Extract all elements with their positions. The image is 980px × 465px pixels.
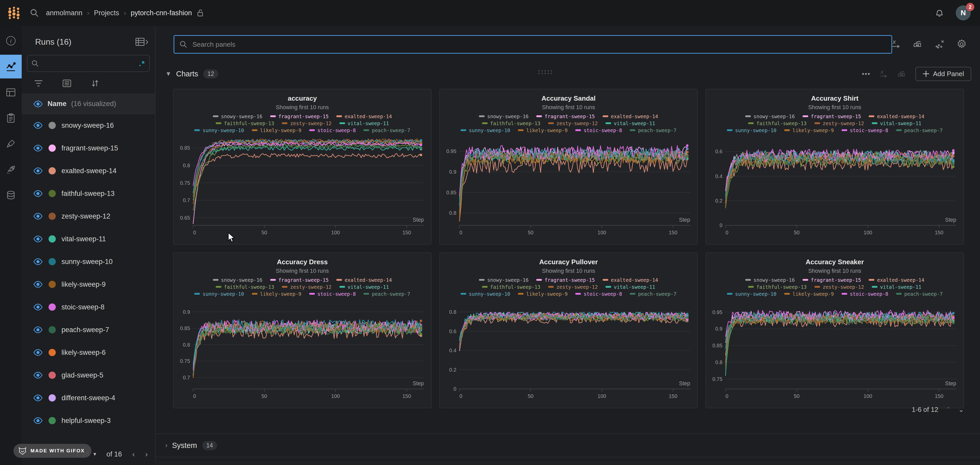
- eye-icon[interactable]: [33, 122, 43, 129]
- eye-icon[interactable]: [33, 281, 43, 288]
- legend-item[interactable]: likely-sweep-9: [784, 127, 834, 133]
- chart-plot[interactable]: 00.20.40.60.8050100150Step: [440, 297, 697, 408]
- legend-item[interactable]: sunny-sweep-10: [461, 127, 510, 133]
- run-row[interactable]: different-sweep-4: [22, 387, 155, 409]
- legend-item[interactable]: zesty-sweep-12: [815, 121, 864, 126]
- chart-plot[interactable]: 00.20.40.6050100150Step: [706, 134, 964, 244]
- eye-icon[interactable]: [33, 349, 43, 356]
- x-axis-settings-icon[interactable]: x: [879, 69, 889, 78]
- legend-item[interactable]: likely-sweep-9: [252, 291, 301, 297]
- run-name[interactable]: likely-sweep-6: [62, 349, 106, 357]
- run-row[interactable]: zesty-sweep-12: [22, 205, 155, 228]
- legend-item[interactable]: zesty-sweep-12: [548, 284, 598, 290]
- section-menu-icon[interactable]: •••: [862, 70, 870, 78]
- legend-item[interactable]: faithful-sweep-13: [748, 121, 807, 126]
- legend-item[interactable]: snowy-sweep-16: [479, 114, 528, 119]
- nav-jobs[interactable]: [0, 106, 22, 130]
- run-row[interactable]: faithful-sweep-13: [22, 182, 155, 205]
- add-panel-button[interactable]: Add Panel: [915, 67, 971, 81]
- run-name[interactable]: different-sweep-4: [62, 394, 115, 402]
- legend-item[interactable]: snowy-sweep-16: [745, 114, 795, 119]
- outliers-icon[interactable]: [935, 39, 945, 49]
- settings-gear-icon[interactable]: [956, 39, 967, 49]
- run-row[interactable]: snowy-sweep-16: [22, 114, 155, 137]
- drag-handle-icon[interactable]: [538, 70, 554, 75]
- legend-item[interactable]: snowy-sweep-16: [213, 277, 262, 283]
- regex-toggle[interactable]: .*: [139, 59, 145, 68]
- legend-item[interactable]: peach-sweep-7: [630, 291, 676, 297]
- legend-item[interactable]: stoic-sweep-8: [309, 291, 356, 297]
- breadcrumb-project-name[interactable]: pytorch-cnn-fashion: [131, 9, 192, 17]
- legend-item[interactable]: vital-sweep-11: [339, 121, 389, 126]
- run-name[interactable]: faithful-sweep-13: [62, 190, 115, 198]
- eye-icon[interactable]: [33, 394, 43, 402]
- legend-item[interactable]: sunny-sweep-10: [194, 291, 244, 297]
- wandb-logo-icon[interactable]: [5, 4, 23, 22]
- legend-item[interactable]: peach-sweep-7: [363, 127, 410, 133]
- legend-item[interactable]: faithful-sweep-13: [482, 284, 540, 290]
- run-name[interactable]: exalted-sweep-14: [62, 167, 116, 175]
- run-name[interactable]: likely-sweep-9: [62, 281, 106, 289]
- legend-item[interactable]: fragrant-sweep-15: [803, 114, 861, 119]
- run-row[interactable]: [22, 432, 155, 435]
- page-size-caret-icon[interactable]: ▼: [92, 452, 97, 457]
- legend-item[interactable]: faithful-sweep-13: [216, 284, 274, 290]
- chart-panel[interactable]: Accuracy Pullover Showing first 10 runs …: [439, 252, 698, 408]
- legend-item[interactable]: fragrant-sweep-15: [270, 114, 329, 119]
- chart-panel[interactable]: accuracy Showing first 10 runs snowy-swe…: [173, 89, 432, 244]
- legend-item[interactable]: likely-sweep-9: [784, 291, 834, 297]
- chevron-down-icon[interactable]: ▼: [165, 70, 172, 78]
- run-row[interactable]: likely-sweep-6: [22, 341, 155, 364]
- avatar[interactable]: N 2: [956, 5, 971, 21]
- legend-item[interactable]: exalted-sweep-14: [869, 114, 924, 119]
- run-row[interactable]: exalted-sweep-14: [22, 159, 155, 182]
- group-list-icon[interactable]: [62, 79, 71, 87]
- run-name[interactable]: peach-sweep-7: [62, 326, 109, 334]
- legend-item[interactable]: stoic-sweep-8: [309, 127, 356, 133]
- legend-item[interactable]: sunny-sweep-10: [727, 291, 776, 297]
- legend-item[interactable]: fragrant-sweep-15: [270, 277, 329, 283]
- legend-item[interactable]: zesty-sweep-12: [548, 121, 598, 126]
- chart-plot[interactable]: 0.750.80.850.90.95050100150Step: [706, 297, 964, 408]
- smoothing-iron-icon[interactable]: [912, 39, 924, 49]
- legend-item[interactable]: likely-sweep-9: [518, 127, 568, 133]
- system-section-label[interactable]: System: [172, 441, 197, 450]
- legend-item[interactable]: vital-sweep-11: [872, 121, 921, 126]
- legend-item[interactable]: faithful-sweep-13: [748, 284, 807, 290]
- search-icon[interactable]: [30, 8, 39, 17]
- chevron-right-icon[interactable]: ›: [165, 442, 167, 449]
- legend-item[interactable]: snowy-sweep-16: [745, 277, 795, 283]
- eye-icon[interactable]: [33, 417, 43, 424]
- page-up-icon[interactable]: ⌃: [945, 406, 951, 414]
- chart-panel[interactable]: Accuracy Dress Showing first 10 runs sno…: [173, 252, 432, 408]
- legend-item[interactable]: sunny-sweep-10: [727, 127, 776, 133]
- eye-icon[interactable]: [33, 167, 43, 175]
- legend-item[interactable]: exalted-sweep-14: [603, 114, 658, 119]
- eye-icon[interactable]: [33, 144, 43, 152]
- legend-item[interactable]: exalted-sweep-14: [336, 114, 392, 119]
- run-name[interactable]: zesty-sweep-12: [62, 213, 110, 221]
- runs-search-input[interactable]: [42, 59, 136, 68]
- run-row[interactable]: glad-sweep-5: [22, 364, 155, 387]
- run-row[interactable]: likely-sweep-9: [22, 273, 155, 296]
- legend-item[interactable]: peach-sweep-7: [630, 127, 676, 133]
- eye-icon[interactable]: [33, 371, 43, 379]
- legend-item[interactable]: fragrant-sweep-15: [536, 277, 595, 283]
- legend-item[interactable]: exalted-sweep-14: [603, 277, 658, 283]
- legend-item[interactable]: stoic-sweep-8: [842, 127, 888, 133]
- legend-item[interactable]: zesty-sweep-12: [282, 121, 331, 126]
- nav-sweeps[interactable]: [0, 132, 22, 156]
- eye-icon[interactable]: [33, 235, 43, 243]
- legend-item[interactable]: snowy-sweep-16: [479, 277, 528, 283]
- page-down-icon[interactable]: ⌄: [958, 406, 964, 414]
- panel-search-input[interactable]: [191, 40, 886, 49]
- run-name[interactable]: fragrant-sweep-15: [62, 144, 118, 152]
- x-axis-settings-icon[interactable]: x: [891, 39, 902, 49]
- eye-icon[interactable]: [33, 258, 43, 265]
- filter-icon[interactable]: [34, 80, 43, 87]
- chart-panel[interactable]: Accuracy Sneaker Showing first 10 runs s…: [705, 252, 964, 408]
- run-name[interactable]: stoic-sweep-8: [62, 303, 105, 311]
- legend-item[interactable]: vital-sweep-11: [339, 284, 389, 290]
- charts-section-label[interactable]: Charts: [176, 70, 198, 78]
- eye-icon[interactable]: [33, 100, 43, 108]
